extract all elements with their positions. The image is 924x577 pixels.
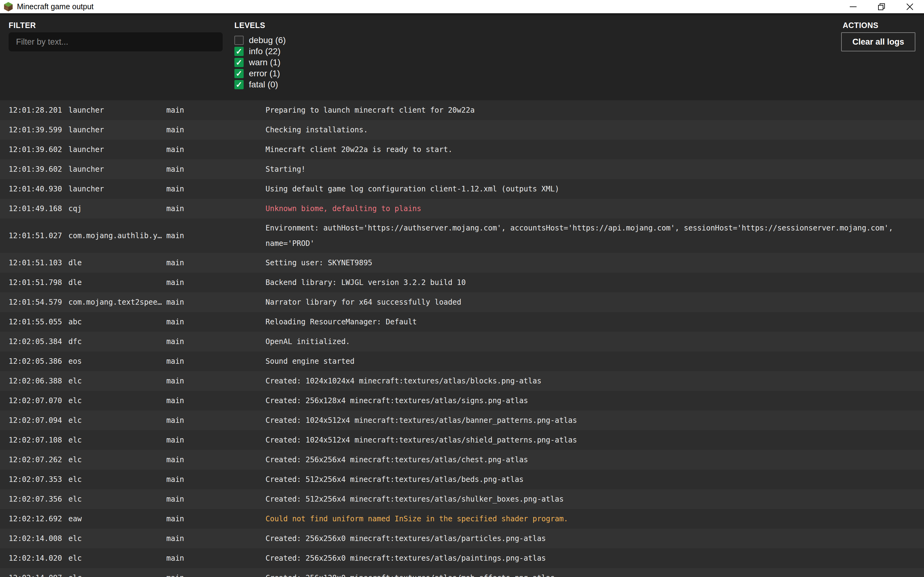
log-timestamp: 12:01:51.103 — [9, 253, 68, 272]
log-message: Reloading ResourceManager: Default — [265, 312, 924, 331]
log-message: Created: 256x128x0 minecraft:textures/at… — [265, 568, 924, 577]
log-logger: launcher — [68, 160, 166, 179]
level-filter-item[interactable]: ✓ error (1) — [234, 68, 286, 79]
log-row: 12:02:05.386 eos main Sound engine start… — [0, 351, 924, 371]
log-row: 12:02:07.356 elc main Created: 512x256x4… — [0, 489, 924, 509]
log-timestamp: 12:02:07.108 — [9, 430, 68, 450]
level-filter-item[interactable]: ✓ warn (1) — [234, 57, 286, 68]
log-thread: main — [166, 529, 265, 548]
log-logger: com.mojang.authlib.y… — [68, 226, 166, 245]
log-message: Setting user: SKYNET9895 — [265, 253, 924, 272]
log-timestamp: 12:01:49.168 — [9, 199, 68, 218]
grass-block-icon — [3, 2, 13, 12]
log-logger: cqj — [68, 199, 166, 218]
log-logger: elc — [68, 371, 166, 390]
minimize-button[interactable] — [839, 0, 867, 13]
log-message: Created: 256x256x0 minecraft:textures/at… — [265, 529, 924, 548]
log-message: OpenAL initialized. — [265, 332, 924, 351]
levels-list: debug (6) ✓ info (22) ✓ warn (1) ✓ error… — [234, 35, 286, 90]
log-message: Created: 256x256x0 minecraft:textures/at… — [265, 549, 924, 568]
log-timestamp: 12:02:07.070 — [9, 391, 68, 410]
log-thread: main — [166, 160, 265, 179]
log-timestamp: 12:02:14.097 — [9, 568, 68, 577]
log-row: 12:01:39.602 launcher main Starting! — [0, 160, 924, 179]
level-checkbox-fatal[interactable]: ✓ — [234, 80, 244, 89]
log-message: Created: 1024x512x4 minecraft:textures/a… — [265, 411, 924, 430]
log-timestamp: 12:02:07.356 — [9, 490, 68, 509]
level-checkbox-debug[interactable] — [234, 36, 244, 45]
log-timestamp: 12:01:39.599 — [9, 120, 68, 139]
levels-section-label: LEVELS — [234, 21, 265, 30]
log-row: 12:02:14.097 elc main Created: 256x128x0… — [0, 568, 924, 577]
maximize-restore-icon — [878, 3, 885, 10]
log-thread: main — [166, 332, 265, 351]
log-logger: dle — [68, 253, 166, 272]
log-row: 12:01:51.103 dle main Setting user: SKYN… — [0, 253, 924, 272]
level-filter-item[interactable]: debug (6) — [234, 35, 286, 46]
log-row: 12:02:14.020 elc main Created: 256x256x0… — [0, 548, 924, 568]
log-message: Created: 1024x1024x4 minecraft:textures/… — [265, 371, 924, 390]
titlebar: Minecraft game output — [0, 0, 924, 13]
level-checkbox-error[interactable]: ✓ — [234, 69, 244, 78]
log-timestamp: 12:02:07.094 — [9, 411, 68, 430]
log-thread: main — [166, 273, 265, 292]
log-message: Environment: authHost='https://authserve… — [265, 219, 924, 253]
log-row: 12:01:49.168 cqj main Unknown biome, def… — [0, 199, 924, 219]
log-row: 12:02:07.070 elc main Created: 256x128x4… — [0, 391, 924, 411]
log-timestamp: 12:02:05.384 — [9, 332, 68, 351]
log-message: Narrator library for x64 successfully lo… — [265, 293, 924, 312]
level-label: info (22) — [249, 47, 281, 56]
level-checkbox-warn[interactable]: ✓ — [234, 58, 244, 67]
log-row: 12:02:05.384 dfc main OpenAL initialized… — [0, 332, 924, 351]
log-message: Preparing to launch minecraft client for… — [265, 101, 924, 120]
log-message: Could not find uniform named InSize in t… — [265, 509, 924, 529]
log-thread: main — [166, 568, 265, 577]
log-thread: main — [166, 509, 265, 529]
log-thread: main — [166, 391, 265, 410]
check-icon: ✓ — [236, 81, 242, 89]
log-timestamp: 12:01:51.798 — [9, 273, 68, 292]
log-thread: main — [166, 226, 265, 245]
level-filter-item[interactable]: ✓ fatal (0) — [234, 79, 286, 90]
level-checkbox-info[interactable]: ✓ — [234, 47, 244, 56]
level-label: fatal (0) — [249, 80, 278, 90]
log-row: 12:01:51.027 com.mojang.authlib.y… main … — [0, 219, 924, 253]
log-timestamp: 12:01:28.201 — [9, 101, 68, 120]
close-icon — [906, 3, 914, 10]
log-logger: dle — [68, 273, 166, 292]
level-filter-item[interactable]: ✓ info (22) — [234, 46, 286, 57]
close-button[interactable] — [896, 0, 924, 13]
log-thread: main — [166, 490, 265, 509]
log-timestamp: 12:02:07.353 — [9, 470, 68, 489]
log-logger: launcher — [68, 179, 166, 198]
log-timestamp: 12:02:14.020 — [9, 549, 68, 568]
log-thread: main — [166, 549, 265, 568]
log-timestamp: 12:01:39.602 — [9, 140, 68, 159]
clear-all-logs-button[interactable]: Clear all logs — [841, 32, 915, 52]
log-timestamp: 12:02:12.692 — [9, 509, 68, 529]
minimize-icon — [850, 3, 857, 10]
log-message: Unknown biome, defaulting to plains — [265, 199, 924, 218]
log-logger: elc — [68, 568, 166, 577]
log-logger: elc — [68, 391, 166, 410]
log-thread: main — [166, 371, 265, 390]
log-timestamp: 12:01:55.055 — [9, 312, 68, 331]
log-logger: com.mojang.text2spee… — [68, 293, 166, 312]
filter-input[interactable] — [9, 32, 223, 52]
log-timestamp: 12:02:06.388 — [9, 371, 68, 390]
log-row: 12:02:07.094 elc main Created: 1024x512x… — [0, 411, 924, 430]
log-table[interactable]: 12:01:28.201 launcher main Preparing to … — [0, 100, 924, 577]
log-row: 12:02:07.353 elc main Created: 512x256x4… — [0, 470, 924, 489]
log-row: 12:01:55.055 abc main Reloading Resource… — [0, 312, 924, 332]
window-title: Minecraft game output — [17, 2, 94, 11]
log-thread: main — [166, 430, 265, 450]
level-label: debug (6) — [249, 35, 286, 45]
log-thread: main — [166, 450, 265, 469]
log-logger: launcher — [68, 140, 166, 159]
maximize-button[interactable] — [867, 0, 896, 13]
log-timestamp: 12:01:39.602 — [9, 160, 68, 179]
log-timestamp: 12:02:14.008 — [9, 529, 68, 548]
log-controls-header: FILTER LEVELS debug (6) ✓ info (22) ✓ wa… — [0, 15, 924, 100]
log-message: Created: 512x256x4 minecraft:textures/at… — [265, 470, 924, 489]
log-logger: launcher — [68, 101, 166, 120]
